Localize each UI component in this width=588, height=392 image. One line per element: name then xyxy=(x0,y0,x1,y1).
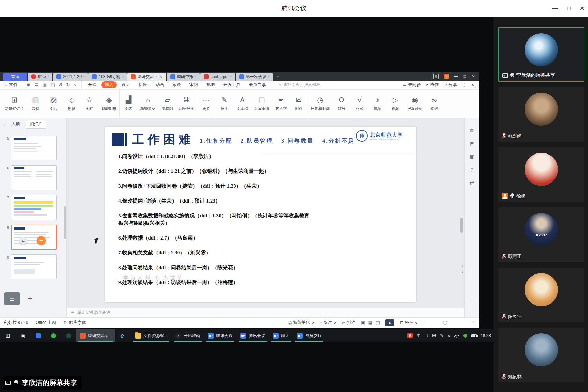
ribbon-button[interactable]: ▱ 流程图 xyxy=(158,90,176,118)
zoom-control[interactable]: ⊡65%∨ xyxy=(400,320,418,325)
ribbon-button[interactable]: ◇ 形状 xyxy=(63,90,81,118)
document-count-icon[interactable]: 6 xyxy=(433,74,439,79)
print-icon[interactable]: ▥ xyxy=(43,82,47,87)
pinned-app-icon-blue[interactable] xyxy=(30,329,46,342)
taskbar-app[interactable]: 聊天 xyxy=(269,329,293,342)
ribbon-button[interactable]: ◉ 屏幕录制 xyxy=(404,90,425,118)
participant-tile[interactable]: 张舒绮 xyxy=(498,87,584,142)
ribbon-button[interactable]: A 文本框 xyxy=(233,90,251,118)
start-button[interactable]: ⊞ xyxy=(0,329,15,342)
menu-tab[interactable]: 放映 xyxy=(169,81,185,88)
ribbon-button[interactable]: ◷ 日期和时间 xyxy=(308,90,333,118)
participant-tile[interactable]: 徐娜 xyxy=(498,147,584,202)
menu-tab[interactable]: 开发工具 xyxy=(220,81,244,88)
tab-outline[interactable]: 大纲 xyxy=(8,120,23,128)
document-tab[interactable]: 2021.4-20 ▫ ✕ xyxy=(53,73,88,81)
member-icon[interactable]: V xyxy=(444,74,449,79)
slide-8[interactable]: 工作困难 1.任务分配2.队员管理3.问卷数量4.分析不足 师 北京师范大学 B… xyxy=(105,127,416,302)
more-options-icon[interactable]: ⋮ xyxy=(462,82,466,87)
collaborate-button[interactable]: ☌协作 xyxy=(426,82,438,88)
participant-tile[interactable]: 李欣洁的屏幕共享 xyxy=(498,27,584,82)
tab-close-icon[interactable]: ✕ xyxy=(159,74,163,79)
file-menu-button[interactable]: ≡ 文件 xyxy=(0,81,22,89)
normal-view-icon[interactable]: ▣ xyxy=(361,320,365,325)
previous-slide-icon[interactable]: ∧ xyxy=(461,265,464,268)
close-icon[interactable]: ✕ xyxy=(580,5,585,12)
sync-status[interactable]: ☁未同步 xyxy=(402,82,421,88)
undo-icon[interactable]: ↺ xyxy=(58,82,62,87)
smart-beautify-button[interactable]: ◎智能美化∨ xyxy=(288,320,314,326)
slide-thumbnail[interactable] xyxy=(11,195,57,220)
ribbon-button[interactable]: ✒ 艺术字 xyxy=(272,90,290,118)
security-app-icon[interactable] xyxy=(463,334,467,338)
menu-tab[interactable]: 开始 xyxy=(84,81,100,88)
ribbon-button[interactable]: √ 公式 xyxy=(351,90,368,118)
sogou-input-icon[interactable]: S xyxy=(407,333,413,338)
document-tab[interactable]: cont....pdf ▫ ✕ xyxy=(200,73,235,81)
ribbon-button[interactable]: ▦ 表格 xyxy=(27,90,45,118)
canvas-scrollbar[interactable] xyxy=(460,218,463,233)
slide-thumbnail[interactable] xyxy=(11,225,57,250)
participant-tile[interactable]: 姚依林 xyxy=(498,328,584,382)
more-tools-icon[interactable]: ⋯ xyxy=(467,301,472,306)
ribbon-button[interactable]: ▤ 页眉页脚 xyxy=(251,90,272,118)
document-tab[interactable]: 调研交流 ▫ ✕ xyxy=(127,73,166,81)
document-tab[interactable]: 调研申报 ▫ ✕ xyxy=(167,73,200,81)
animation-pane-icon[interactable]: ⚑ xyxy=(469,141,474,147)
wps-close-icon[interactable]: ✕ xyxy=(472,74,475,79)
slide-sorter-view-icon[interactable]: ▦ xyxy=(368,320,372,325)
document-tab[interactable]: 稻壳 ▫ ✕ xyxy=(28,73,52,81)
menu-tab[interactable]: 视图 xyxy=(203,81,218,88)
ribbon-button[interactable]: ◈ 智能图形 xyxy=(99,90,120,118)
customize-toolbar-icon[interactable]: ∨ xyxy=(74,82,77,87)
reading-view-icon[interactable]: ▢ xyxy=(376,320,380,325)
ribbon-button[interactable]: Ω 符号 xyxy=(333,90,351,118)
document-tab[interactable]: 第一次会议 ▫ ✕ xyxy=(236,73,273,81)
notes-button[interactable]: ≡备注∨ xyxy=(320,320,336,326)
task-view-icon[interactable]: ▣ xyxy=(15,329,30,342)
tab-home[interactable]: 首页 xyxy=(3,73,27,81)
ribbon-button[interactable]: ⊞ 新建幻灯片 xyxy=(2,90,27,118)
pinned-app-icon-green[interactable] xyxy=(46,329,61,342)
zoom-slider-knob[interactable] xyxy=(443,321,447,325)
theme-name[interactable]: Office 主题 xyxy=(36,320,56,326)
next-slide-icon[interactable]: ∨ xyxy=(461,270,464,274)
redo-icon[interactable]: ↻ xyxy=(66,82,70,87)
print-preview-icon[interactable]: ◲ xyxy=(50,82,55,87)
participant-tile[interactable]: XZVP 顾庸正 xyxy=(498,207,584,262)
wps-restore-icon[interactable]: □ xyxy=(464,74,466,79)
menu-tab[interactable]: 会员专享 xyxy=(245,81,270,88)
clock[interactable]: 18:23 xyxy=(480,333,491,338)
minimize-icon[interactable]: — xyxy=(552,5,558,12)
switch-pane-icon[interactable]: ⇄ xyxy=(470,180,474,186)
taskbar-app[interactable]: 腾讯会议 xyxy=(204,329,236,342)
tray-tools-icon[interactable]: ✎ xyxy=(440,333,444,338)
menu-tab[interactable]: 动画 xyxy=(152,81,168,88)
selection-pane-icon[interactable]: ▣ xyxy=(469,154,474,160)
keyboard-icon[interactable]: 田 xyxy=(432,333,436,339)
moon-icon[interactable]: ☽ xyxy=(424,333,428,338)
ribbon-button[interactable]: ▨ 图片 xyxy=(45,90,63,118)
ribbon-button[interactable]: ✉ 附件 xyxy=(290,90,308,118)
tab-slides[interactable]: 幻灯片 xyxy=(26,120,46,129)
play-from-slide-button[interactable]: ▶ xyxy=(19,237,27,245)
taskbar-app[interactable]: 调研交流.p... xyxy=(76,329,115,342)
save-icon[interactable]: ▣ xyxy=(26,82,30,87)
thumbnail-scrollbar[interactable] xyxy=(64,206,66,239)
participant-tile[interactable]: 陈昱羽 xyxy=(498,268,584,322)
command-search[interactable]: ○ 查找命令、搜索模板 xyxy=(279,82,320,88)
menu-tab[interactable]: 审阅 xyxy=(186,81,202,88)
new-tab-button[interactable]: + xyxy=(276,73,279,80)
taskbar-app[interactable]: 腾讯会议 xyxy=(236,329,269,342)
wifi-icon[interactable] xyxy=(454,334,459,338)
ribbon-button[interactable]: ∞ 超链 xyxy=(425,90,443,118)
help-icon[interactable]: ? xyxy=(470,167,473,173)
slide-sorter-icon[interactable]: ☰ xyxy=(4,292,20,305)
taskbar-app[interactable]: 文件资源管... xyxy=(131,329,171,342)
slide-thumbnail[interactable] xyxy=(11,136,57,160)
add-slide-button[interactable]: + xyxy=(28,293,32,303)
missing-font-label[interactable]: 缺失字体 xyxy=(69,320,86,326)
zoom-in-icon[interactable]: + xyxy=(473,320,475,325)
wps-minimize-icon[interactable]: — xyxy=(454,74,458,79)
taskbar-app[interactable]: 成员(21) xyxy=(293,329,325,342)
